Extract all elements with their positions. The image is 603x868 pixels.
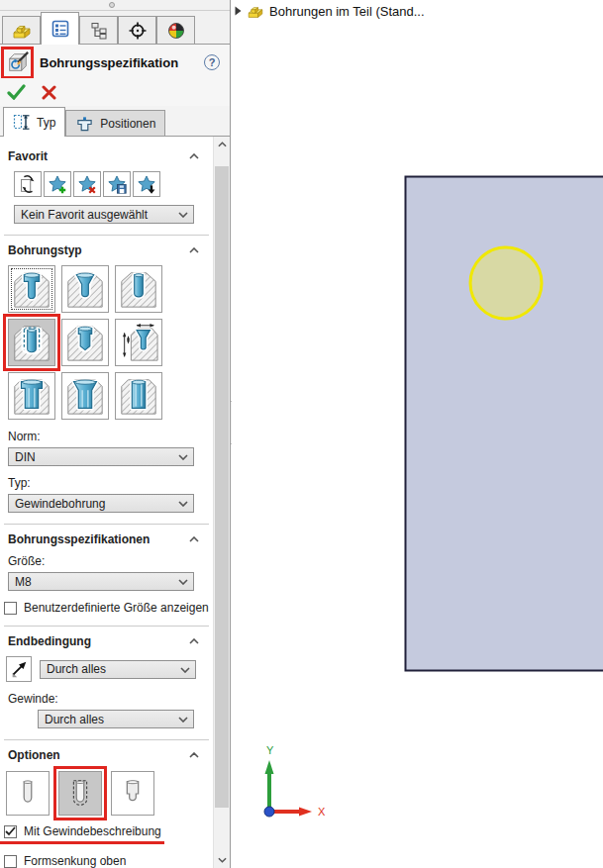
thread-end-style-row <box>6 771 209 816</box>
end-style-counterbored-tip-button[interactable] <box>111 771 154 816</box>
thread-callout-checkbox[interactable] <box>4 825 17 838</box>
favorite-dropdown-value: Kein Favorit ausgewählt <box>21 208 148 222</box>
ok-button[interactable] <box>7 84 26 100</box>
favorite-dropdown[interactable]: Kein Favorit ausgewählt <box>14 205 194 224</box>
chevron-down-icon <box>178 212 188 218</box>
property-manager-content: Favorit <box>0 137 213 868</box>
tab-typ[interactable]: Typ <box>3 107 65 137</box>
end-condition-dropdown[interactable]: Durch alles <box>40 660 196 679</box>
typ-dropdown[interactable]: Gewindebohrung <box>8 494 194 513</box>
orientation-triad: Y X <box>255 744 345 827</box>
favorit-section-title: Favorit <box>8 149 48 163</box>
expand-arrow-icon[interactable] <box>235 6 242 16</box>
tab-positionen[interactable]: Positionen <box>65 110 165 136</box>
collapse-chevron-icon[interactable] <box>189 638 199 644</box>
load-favorite-button[interactable] <box>133 171 160 197</box>
hole-type-gewindebohrung-button[interactable] <box>8 319 55 366</box>
page-tab-strip: Typ Positionen <box>0 106 230 137</box>
custom-size-checkbox-row[interactable]: Benutzerdefinierte Größe anzeigen <box>4 601 209 615</box>
end-style-blind-button[interactable] <box>6 771 50 816</box>
cancel-button[interactable] <box>42 85 56 100</box>
direction-arrow-icon <box>9 659 29 679</box>
gewinde-label: Gewinde: <box>8 692 209 706</box>
collapse-chevron-icon[interactable] <box>189 752 199 758</box>
hole-type-bohrung-button[interactable] <box>115 265 162 313</box>
chevron-down-icon <box>178 501 188 507</box>
collapse-chevron-icon[interactable] <box>189 536 199 542</box>
custom-size-checkbox[interactable] <box>4 602 17 615</box>
formsenkung-oben-checkbox-label: Formsenkung oben <box>24 854 126 868</box>
hole-type-grid <box>8 265 209 420</box>
hole-type-kegelsenkung-button[interactable] <box>61 265 109 313</box>
formsenkung-oben-checkbox-row[interactable]: Formsenkung oben <box>4 854 209 868</box>
drilled-hole-icon <box>118 268 159 310</box>
tab-displaymanager[interactable] <box>156 16 195 44</box>
section-optionen: Optionen <box>4 739 209 868</box>
section-bohrungsspezifikationen: Bohrungsspezifikationen Größe: M8 Benutz… <box>4 524 209 626</box>
formsenkung-oben-checkbox[interactable] <box>4 855 17 868</box>
hole-type-altbohrung-button[interactable] <box>115 319 162 366</box>
scrollbar-thumb[interactable] <box>215 166 229 808</box>
counterbored-tip-icon <box>116 776 150 812</box>
panel-top-splitter[interactable] <box>0 0 230 11</box>
annotation-underline <box>0 841 164 844</box>
tab-featuremanager[interactable] <box>2 16 41 44</box>
property-list-icon <box>50 19 70 39</box>
chevron-down-icon <box>180 667 190 673</box>
blind-tip-thread-callout-icon <box>63 776 97 812</box>
help-icon[interactable]: ? <box>204 54 220 70</box>
typ-tab-icon <box>13 114 31 131</box>
tree-item-label[interactable]: Bohrungen im Teil (Stand... <box>269 4 425 19</box>
typ-dropdown-value: Gewindebohrung <box>15 497 105 511</box>
hole-type-kegelsenkung-langloch-button[interactable] <box>61 372 109 420</box>
configurations-icon <box>89 21 109 41</box>
delete-favorite-button[interactable] <box>73 171 101 197</box>
apply-defaults-button[interactable] <box>14 171 42 197</box>
countersink-icon <box>64 268 106 310</box>
property-manager-panel: Bohrungsspezifikation ? Typ <box>0 0 231 868</box>
delete-favorite-star-icon <box>76 173 98 195</box>
tapped-hole-icon <box>11 322 52 363</box>
part-icon <box>12 21 32 41</box>
tab-dimxpertmanager[interactable] <box>118 16 156 44</box>
end-condition-direction-button[interactable] <box>6 656 32 682</box>
chevron-down-icon <box>178 579 188 585</box>
end-condition-value: Durch alles <box>47 662 106 676</box>
page-title: Bohrungsspezifikation <box>40 55 178 70</box>
chevron-up-icon <box>218 142 227 147</box>
property-manager-body: Favorit <box>0 137 230 868</box>
scroll-down-button[interactable] <box>214 852 230 868</box>
hole-type-langloch-button[interactable] <box>115 372 162 420</box>
collapse-chevron-icon[interactable] <box>189 247 199 253</box>
bohrungstyp-section-title: Bohrungstyp <box>8 243 82 257</box>
tab-propertymanager[interactable] <box>41 12 79 45</box>
spez-section-title: Bohrungsspezifikationen <box>8 532 150 546</box>
norm-dropdown[interactable]: DIN <box>8 447 194 466</box>
hole-type-senkbohrung-button[interactable] <box>8 265 55 313</box>
norm-label: Norm: <box>8 430 209 443</box>
tapered-tap-icon <box>64 322 106 363</box>
confirm-bar <box>0 78 230 106</box>
collapse-chevron-icon[interactable] <box>189 153 199 159</box>
save-favorite-button[interactable] <box>103 171 131 197</box>
apply-defaults-icon <box>17 173 39 195</box>
dimxpert-target-icon <box>128 21 148 41</box>
positionen-tab-icon <box>75 115 94 132</box>
hole-type-kegelgewindebohrung-button[interactable] <box>61 319 109 366</box>
triad-x-label: X <box>318 806 326 818</box>
manager-tab-strip <box>0 11 230 45</box>
hole-wizard-icon <box>6 50 30 74</box>
groesse-dropdown[interactable]: M8 <box>8 572 194 591</box>
gewinde-dropdown[interactable]: Durch alles <box>38 710 194 728</box>
scroll-up-button[interactable] <box>214 137 230 152</box>
checkmark-icon <box>5 826 16 836</box>
part-model[interactable] <box>404 175 603 673</box>
add-favorite-button[interactable] <box>44 171 71 197</box>
thread-callout-checkbox-row[interactable]: Mit Gewindebeschreibung <box>4 824 209 838</box>
scrollbar-track[interactable] <box>214 152 230 852</box>
tab-configurationmanager[interactable] <box>79 16 118 44</box>
triad-y-label: Y <box>266 744 274 756</box>
endbedingung-section-title: Endbedingung <box>8 634 91 648</box>
end-style-blind-thread-callout-button[interactable] <box>58 771 102 816</box>
hole-type-senkbohrung-langloch-button[interactable] <box>8 372 55 420</box>
